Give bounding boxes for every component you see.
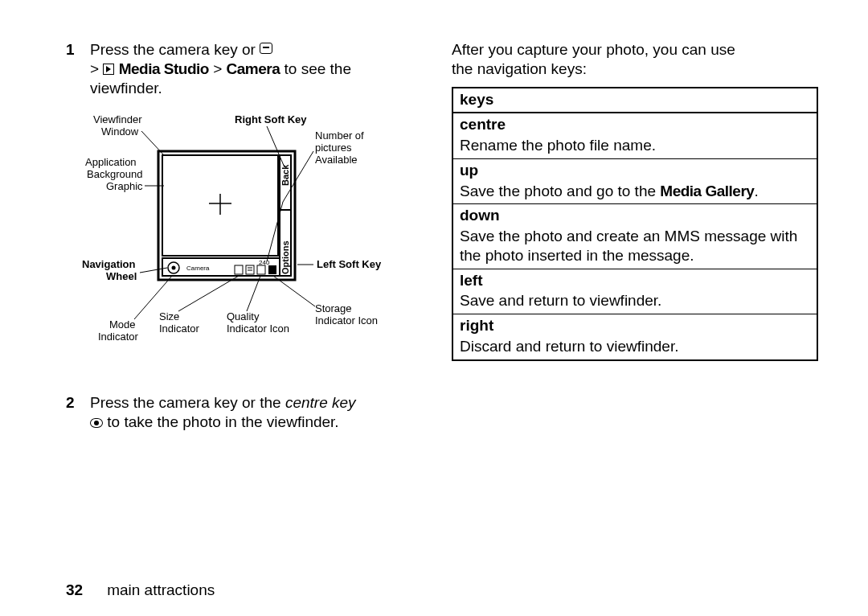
key-desc: Save the photo and go to the Media Galle…: [460, 183, 759, 199]
nav-keys-intro: After you capture your photo, you can us…: [452, 40, 818, 79]
table-row: down Save the photo and create an MMS me…: [452, 204, 817, 269]
text-italic: centre key: [285, 394, 356, 411]
callout-lsk: Left Soft Key: [317, 258, 382, 270]
label-back: Back: [280, 164, 290, 186]
key-name: centre: [460, 115, 810, 134]
key-name: right: [460, 316, 810, 335]
text-bold: Camera: [227, 60, 280, 77]
callout-rsk: Right Soft Key: [235, 113, 307, 125]
svg-text:pictures: pictures: [315, 142, 352, 154]
svg-line-16: [141, 131, 164, 155]
svg-rect-9: [235, 265, 243, 274]
svg-text:Graphic: Graphic: [106, 180, 143, 192]
step-number: 1: [66, 40, 90, 97]
table-row: up Save the photo and go to the Media Ga…: [452, 158, 817, 204]
callout-storage: Storage: [315, 302, 352, 314]
callout-viewfinder-window: Viewfinder: [93, 113, 142, 125]
text: to take the photo in the viewfinder.: [103, 413, 339, 430]
svg-rect-14: [268, 265, 276, 274]
callout-app-bg: Application: [85, 156, 137, 168]
key-desc: Rename the photo file name.: [460, 137, 656, 154]
section-title: main attractions: [107, 581, 215, 600]
column-right: After you capture your photo, you can us…: [452, 40, 818, 441]
table-row: left Save and return to viewfinder.: [452, 269, 817, 314]
step-2: 2 Press the camera key or the centre key…: [66, 393, 420, 432]
menu-icon: [260, 43, 272, 54]
text-bold: Media Studio: [119, 60, 209, 77]
svg-text:Window: Window: [101, 125, 139, 138]
centre-key-icon: [90, 418, 103, 428]
callout-nav-wheel: Navigation: [82, 258, 136, 270]
text: the navigation keys:: [452, 60, 587, 77]
page-number: 32: [66, 581, 83, 600]
keys-table: keys centre Rename the photo file name. …: [452, 87, 818, 361]
key-desc: Save and return to viewfinder.: [460, 292, 661, 309]
step-number: 2: [66, 393, 90, 432]
manual-page: 1 Press the camera key or > Media Studio…: [0, 0, 868, 616]
svg-text:Available: Available: [315, 154, 358, 166]
columns: 1 Press the camera key or > Media Studio…: [66, 40, 818, 441]
callout-quality: Quality: [227, 310, 260, 322]
svg-rect-0: [158, 151, 295, 280]
callout-num-pics: Number of: [315, 129, 364, 142]
key-desc: Save the photo and create an MMS message…: [460, 228, 797, 264]
step-body: Press the camera key or the centre key t…: [90, 393, 420, 432]
text: Press the camera key or the: [90, 394, 285, 411]
text: Press the camera key or: [90, 41, 260, 58]
label-options: Options: [280, 241, 290, 275]
svg-text:Indicator Icon: Indicator Icon: [315, 314, 378, 326]
svg-text:Wheel: Wheel: [106, 270, 137, 282]
table-row: right Discard and return to viewfinder.: [452, 314, 817, 360]
key-desc: Discard and return to viewfinder.: [460, 338, 678, 355]
svg-text:Indicator Icon: Indicator Icon: [227, 322, 289, 335]
key-name: up: [460, 161, 810, 180]
text: to see the: [280, 60, 351, 77]
callout-size: Size: [159, 310, 179, 322]
table-row: centre Rename the photo file name.: [452, 113, 817, 158]
play-icon: [103, 64, 114, 75]
page-footer: 32 main attractions: [66, 581, 818, 600]
text: viewfinder.: [90, 80, 162, 97]
text: >: [90, 60, 103, 77]
step-body: Press the camera key or > Media Studio >…: [90, 40, 420, 97]
column-left: 1 Press the camera key or > Media Studio…: [66, 40, 420, 441]
diagram-svg: Camera 240 Back Options Viewfinder Wi: [74, 107, 411, 364]
svg-text:Background: Background: [87, 168, 142, 180]
svg-line-25: [178, 276, 239, 311]
text: After you capture your photo, you can us…: [452, 41, 735, 58]
svg-text:Indicator: Indicator: [159, 322, 200, 335]
callout-mode: Mode: [109, 318, 136, 331]
step-1: 1 Press the camera key or > Media Studio…: [66, 40, 420, 97]
svg-line-27: [247, 276, 260, 311]
svg-point-8: [172, 266, 176, 270]
key-name: left: [460, 271, 810, 290]
table-header: keys: [452, 88, 817, 113]
svg-line-30: [267, 126, 285, 167]
svg-text:Indicator: Indicator: [98, 331, 139, 343]
label-camera: Camera: [186, 265, 210, 272]
svg-rect-13: [257, 265, 265, 274]
viewfinder-diagram: Camera 240 Back Options Viewfinder Wi: [74, 107, 420, 369]
text: >: [209, 60, 227, 77]
key-name: down: [460, 206, 810, 225]
